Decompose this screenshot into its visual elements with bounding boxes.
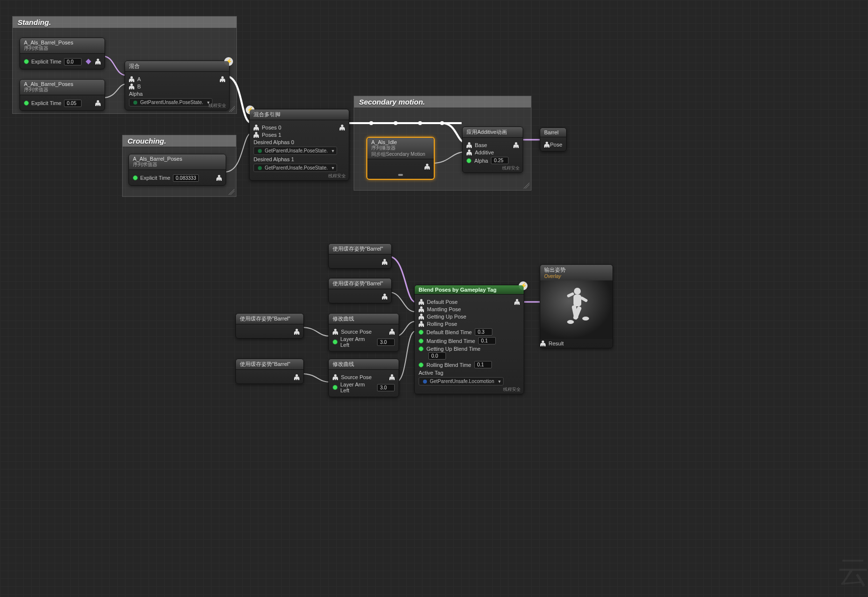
svg-point-4 bbox=[574, 288, 581, 295]
pose-out-icon[interactable] bbox=[382, 259, 387, 265]
node-subtitle: 序列求值器 bbox=[133, 162, 222, 168]
layer-label: Layer Arm Left bbox=[340, 382, 374, 393]
defbt-value[interactable]: 0.3 bbox=[475, 328, 492, 336]
mantbt-label: Mantling Blend Time bbox=[426, 338, 475, 344]
node-poses-3[interactable]: A_Als_Barrel_Poses 序列求值器 Explicit Time 0… bbox=[128, 154, 226, 186]
pose-in-icon[interactable] bbox=[540, 341, 546, 346]
pose-out-icon[interactable] bbox=[220, 76, 225, 82]
pose-out-icon[interactable] bbox=[294, 329, 299, 335]
pose-out-icon[interactable] bbox=[389, 374, 395, 380]
explicit-time-value[interactable]: 0.083333 bbox=[173, 174, 199, 182]
node-blend-by-tag[interactable]: ⚡ Blend Poses by Gameplay Tag Default Po… bbox=[414, 285, 524, 394]
pose-in-icon[interactable] bbox=[419, 299, 424, 305]
pose-out-icon[interactable] bbox=[95, 59, 101, 64]
alpha0-dropdown[interactable]: GetParentUnsafe.PoseState. bbox=[254, 147, 337, 155]
pose-out-icon[interactable] bbox=[294, 374, 299, 380]
svg-point-11 bbox=[582, 317, 589, 320]
pose-out-icon[interactable] bbox=[514, 299, 520, 305]
pin-icon[interactable] bbox=[419, 339, 423, 343]
mannequin-preview-icon bbox=[562, 285, 591, 334]
pin-icon[interactable] bbox=[419, 346, 423, 351]
pose-in-icon[interactable] bbox=[419, 314, 424, 320]
pose-out-icon[interactable] bbox=[424, 164, 430, 170]
pose-in-icon[interactable] bbox=[254, 132, 259, 138]
gettingup-pose-label: Getting Up Pose bbox=[427, 314, 466, 320]
pose-in-icon[interactable] bbox=[129, 84, 134, 89]
comment-crouching-title: Crouching. bbox=[123, 135, 236, 147]
node-usecache-2[interactable]: 使用缓存姿势"Barrel" bbox=[328, 278, 392, 303]
pose-in-icon[interactable] bbox=[419, 321, 424, 327]
pose-out-icon[interactable] bbox=[382, 294, 387, 299]
explicit-time-value[interactable]: 0.0 bbox=[64, 58, 82, 65]
activetag-dropdown[interactable]: GetParentUnsafe.Locomotion bbox=[419, 377, 504, 385]
alpha-value[interactable]: 0.25 bbox=[491, 157, 508, 164]
diamond-icon bbox=[85, 59, 91, 64]
node-title: A_Als_Barrel_Poses bbox=[24, 81, 101, 87]
pose-in-icon[interactable] bbox=[419, 306, 424, 312]
pose-in-icon[interactable] bbox=[466, 149, 472, 155]
explicit-time-label: Explicit Time bbox=[140, 175, 170, 181]
pose-in-icon[interactable] bbox=[466, 142, 472, 148]
pose-label: Pose bbox=[550, 142, 562, 148]
node-modcurve-2[interactable]: 修改曲线 Source Pose Layer Arm Left3.0 bbox=[328, 359, 399, 397]
pose-in-icon[interactable] bbox=[333, 374, 338, 380]
pin-in-icon[interactable] bbox=[133, 175, 138, 180]
node-title: 混合多引脚 bbox=[254, 111, 280, 117]
node-poses-1[interactable]: A_Als_Barrel_Poses 序列求值器 Explicit Time 0… bbox=[20, 38, 105, 69]
node-title: 应用Additive动画 bbox=[466, 129, 507, 135]
node-multiblend[interactable]: ⚡ 混合多引脚 Poses 0 Poses 1 Desired Alphas 0… bbox=[249, 109, 349, 181]
node-blend[interactable]: ⚡ 混合 A B Alpha GetParentUnsafe.PoseState… bbox=[125, 61, 230, 110]
node-usecache-1[interactable]: 使用缓存姿势"Barrel" bbox=[328, 243, 392, 269]
pin-icon[interactable] bbox=[419, 330, 423, 335]
node-usecache-3[interactable]: 使用缓存姿势"Barrel" bbox=[235, 313, 304, 339]
node-output-pose[interactable]: 输出姿势 Overlay Result bbox=[540, 264, 613, 348]
node-usecache-4[interactable]: 使用缓存姿势"Barrel" bbox=[235, 359, 304, 384]
pose-out-icon[interactable] bbox=[339, 125, 345, 130]
node-additive[interactable]: 应用Additive动画 Base Additive Alpha0.25 线程安… bbox=[462, 127, 523, 173]
pin-icon[interactable] bbox=[419, 362, 423, 367]
pose-out-icon[interactable] bbox=[513, 142, 519, 148]
svg-rect-5 bbox=[573, 295, 581, 306]
pin-icon[interactable] bbox=[333, 340, 338, 344]
pose-in-icon[interactable] bbox=[254, 125, 259, 130]
alpha-dropdown[interactable]: GetParentUnsafe.PoseState. bbox=[129, 98, 212, 107]
explicit-time-value[interactable]: 0.05 bbox=[64, 100, 82, 107]
threadsafe-label: 线程安全 bbox=[503, 386, 521, 393]
comment-standing-title: Standing. bbox=[13, 17, 236, 28]
layer-value[interactable]: 3.0 bbox=[377, 384, 395, 391]
getbt-value[interactable]: 0.0 bbox=[428, 352, 446, 360]
node-title: 使用缓存姿势"Barrel" bbox=[240, 316, 290, 321]
watermark-text: 云 bbox=[838, 551, 868, 593]
output-title: 输出姿势 bbox=[544, 266, 609, 274]
mantling-pose-label: Mantling Pose bbox=[427, 306, 461, 312]
layer-value[interactable]: 3.0 bbox=[377, 339, 395, 346]
rollbt-label: Rolling Blend Time bbox=[426, 362, 471, 368]
pose-out-icon[interactable] bbox=[95, 100, 101, 106]
pose-in-icon[interactable] bbox=[129, 76, 134, 82]
node-idle[interactable]: A_Als_Idle 序列播放器 同步组Secondary Motion bbox=[366, 137, 435, 180]
alpha-pin-icon[interactable] bbox=[466, 158, 471, 163]
output-sub: Overlay bbox=[544, 274, 609, 279]
node-modcurve-1[interactable]: 修改曲线 Source Pose Layer Arm Left3.0 bbox=[328, 313, 399, 352]
mantbt-value[interactable]: 0.1 bbox=[478, 337, 496, 344]
rolling-pose-label: Rolling Pose bbox=[427, 321, 457, 327]
pin-in-icon[interactable] bbox=[24, 59, 29, 64]
pin-additive-label: Additive bbox=[475, 149, 494, 155]
node-title: A_Als_Barrel_Poses bbox=[133, 156, 222, 162]
alpha-label: Alpha bbox=[474, 158, 488, 164]
node-title: Blend Poses by Gameplay Tag bbox=[419, 287, 496, 293]
node-sub2: 同步组Secondary Motion bbox=[371, 151, 430, 158]
pose-in-icon[interactable] bbox=[333, 329, 338, 335]
node-poses-2[interactable]: A_Als_Barrel_Poses 序列求值器 Explicit Time 0… bbox=[20, 79, 105, 111]
alpha1-dropdown[interactable]: GetParentUnsafe.PoseState. bbox=[254, 164, 337, 172]
node-title: 使用缓存姿势"Barrel" bbox=[240, 361, 290, 367]
pose-out-icon[interactable] bbox=[216, 175, 222, 181]
pose-out-icon[interactable] bbox=[389, 329, 395, 335]
pin-poses1-label: Poses 1 bbox=[262, 132, 281, 138]
node-barrel-cache[interactable]: Barrel Pose bbox=[540, 128, 567, 151]
pose-in-icon[interactable] bbox=[544, 142, 547, 148]
rollbt-value[interactable]: 0.1 bbox=[474, 361, 492, 368]
pin-in-icon[interactable] bbox=[24, 101, 29, 106]
pin-icon[interactable] bbox=[333, 385, 338, 390]
svg-rect-6 bbox=[567, 292, 574, 298]
